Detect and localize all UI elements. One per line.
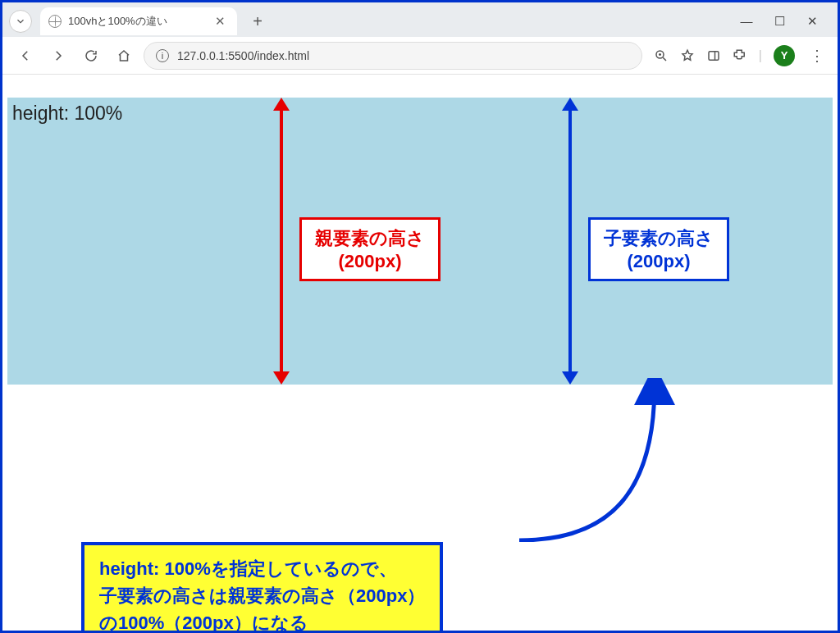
home-icon bbox=[116, 48, 131, 63]
back-button[interactable] bbox=[12, 43, 39, 69]
window-close-button[interactable]: ✕ bbox=[805, 14, 819, 29]
globe-icon bbox=[48, 15, 62, 28]
parent-height-label: 親要素の高さ (200px) bbox=[299, 217, 441, 281]
window-minimize-button[interactable]: — bbox=[739, 14, 754, 29]
height-heading: height: 100% bbox=[12, 102, 122, 125]
address-bar[interactable]: i 127.0.0.1:5500/index.html bbox=[144, 42, 642, 70]
arrow-down-icon bbox=[273, 371, 290, 385]
tab-close-button[interactable]: ✕ bbox=[212, 14, 229, 29]
tab-dropdown-button[interactable] bbox=[9, 10, 32, 33]
window-controls: — ☐ ✕ bbox=[739, 14, 831, 29]
chevron-down-icon bbox=[15, 16, 26, 27]
explanation-arrow bbox=[486, 378, 692, 542]
parent-element-box: height: 100% 親要素の高さ (200px) 子要素の高さ (200p… bbox=[7, 98, 833, 385]
child-height-label: 子要素の高さ (200px) bbox=[588, 217, 729, 281]
toolbar-right-icons: | Y ⋮ bbox=[649, 45, 828, 66]
bookmark-icon[interactable] bbox=[680, 48, 695, 63]
reload-icon bbox=[84, 48, 98, 63]
panel-icon[interactable] bbox=[706, 48, 721, 63]
arrow-line bbox=[568, 106, 572, 376]
tab-title: 100vhと100%の違い bbox=[68, 14, 167, 29]
zoom-icon[interactable] bbox=[654, 48, 669, 63]
svg-rect-1 bbox=[709, 51, 719, 60]
menu-button[interactable]: ⋮ bbox=[806, 47, 828, 65]
tab-bar: 100vhと100%の違い ✕ + — ☐ ✕ bbox=[2, 2, 838, 37]
url-text: 127.0.0.1:5500/index.html bbox=[177, 49, 309, 62]
browser-toolbar: i 127.0.0.1:5500/index.html | Y ⋮ bbox=[2, 37, 838, 75]
browser-chrome: 100vhと100%の違い ✕ + — ☐ ✕ i 127.0.0.1:5500… bbox=[2, 2, 838, 75]
arrow-right-icon bbox=[51, 48, 66, 63]
forward-button[interactable] bbox=[45, 43, 71, 69]
new-tab-button[interactable]: + bbox=[245, 9, 270, 34]
browser-tab[interactable]: 100vhと100%の違い ✕ bbox=[40, 7, 237, 35]
arrow-line bbox=[280, 106, 283, 376]
arrow-left-icon bbox=[18, 48, 33, 63]
home-button[interactable] bbox=[111, 43, 137, 69]
reload-button[interactable] bbox=[78, 43, 104, 69]
explanation-box: height: 100%を指定しているので、 子要素の高さは親要素の高さ（200… bbox=[81, 542, 443, 633]
info-icon: i bbox=[156, 49, 169, 62]
page-viewport: height: 100% 親要素の高さ (200px) 子要素の高さ (200p… bbox=[2, 75, 838, 631]
extensions-icon[interactable] bbox=[733, 48, 747, 63]
arrow-down-icon bbox=[562, 371, 578, 385]
profile-avatar[interactable]: Y bbox=[774, 45, 795, 66]
window-maximize-button[interactable]: ☐ bbox=[772, 14, 787, 29]
